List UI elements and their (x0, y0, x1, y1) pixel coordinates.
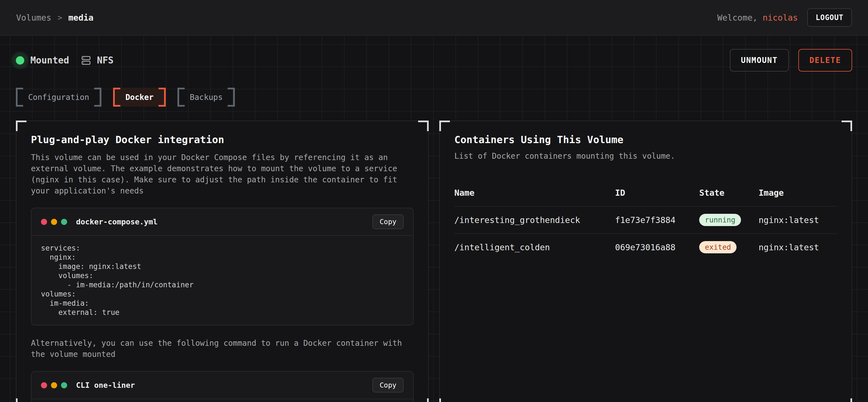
panel-corner-icon (439, 398, 450, 402)
container-image: nginx:latest (758, 235, 837, 260)
container-name: /interesting_grothendieck (454, 208, 615, 232)
cli-code-header: CLI one-liner Copy (31, 372, 413, 399)
mount-status: Mounted (16, 55, 69, 66)
docker-integration-panel: Plug-and-play Docker integration This vo… (16, 121, 429, 402)
panel-corner-icon (439, 121, 450, 131)
compose-code-header: docker-compose.yml Copy (31, 208, 413, 236)
logout-button[interactable]: LOGOUT (807, 8, 852, 27)
username: nicolas (763, 13, 798, 23)
traffic-green-icon (61, 382, 67, 388)
main-content: Mounted NFS UNMOUNT DELETE Configurati (0, 36, 868, 402)
panel-corner-icon (16, 121, 27, 131)
column-header-image: Image (758, 181, 837, 206)
containers-panel-title: Containers Using This Volume (454, 134, 837, 145)
docker-panel-title: Plug-and-play Docker integration (31, 134, 414, 145)
container-name: /intelligent_colden (454, 235, 615, 260)
copy-cli-button[interactable]: Copy (372, 378, 404, 393)
containers-table: Name ID State Image /interesting_grothen… (454, 181, 837, 261)
welcome-text: Welcome, nicolas (717, 13, 798, 23)
cli-code: docker run -v im-media:/path/in/containe… (31, 399, 413, 402)
compose-code-block: docker-compose.yml Copy services: nginx:… (31, 208, 414, 326)
table-row: /intelligent_colden 069e73016a88 exited … (454, 233, 837, 261)
panel-corner-icon (841, 121, 852, 131)
container-state: running (699, 207, 758, 233)
delete-button[interactable]: DELETE (798, 49, 852, 72)
containers-table-header: Name ID State Image (454, 181, 837, 206)
panel-corner-icon (418, 398, 429, 402)
panel-corner-icon (16, 398, 27, 402)
column-header-state: State (699, 181, 758, 206)
traffic-lights-icon (41, 219, 67, 225)
containers-panel-subtitle: List of Docker containers mounting this … (454, 152, 837, 161)
topbar-right: Welcome, nicolas LOGOUT (717, 8, 852, 27)
cli-code-block: CLI one-liner Copy docker run -v im-medi… (31, 371, 414, 402)
compose-filename: docker-compose.yml (76, 217, 158, 226)
container-id: 069e73016a88 (615, 235, 699, 260)
tab-docker[interactable]: Docker (113, 88, 166, 107)
volume-type-label: NFS (97, 55, 114, 66)
volume-type: NFS (81, 55, 114, 66)
tab-configuration[interactable]: Configuration (16, 88, 101, 107)
table-row: /interesting_grothendieck f1e73e7f3884 r… (454, 206, 837, 233)
containers-panel: Containers Using This Volume List of Doc… (439, 121, 852, 402)
server-icon (81, 56, 91, 65)
status-badge: exited (699, 241, 737, 253)
top-bar: Volumes > media Welcome, nicolas LOGOUT (0, 0, 868, 36)
tab-backups[interactable]: Backups (178, 88, 235, 107)
status-indicators: Mounted NFS (16, 55, 114, 66)
panels-row: Plug-and-play Docker integration This vo… (16, 121, 852, 402)
status-badge: running (699, 214, 741, 226)
docker-panel-description: This volume can be used in your Docker C… (31, 152, 414, 197)
container-id: f1e73e7f3884 (615, 208, 699, 232)
column-header-name: Name (454, 181, 615, 206)
traffic-lights-icon (41, 382, 67, 388)
column-header-id: ID (615, 181, 699, 206)
mounted-status-dot-icon (16, 56, 24, 65)
cli-block-title: CLI one-liner (76, 381, 135, 390)
traffic-green-icon (61, 219, 67, 225)
cli-intro-text: Alternatively, you can use the following… (31, 338, 414, 360)
compose-code: services: nginx: image: nginx:latest vol… (31, 236, 413, 325)
traffic-red-icon (41, 382, 47, 388)
container-image: nginx:latest (758, 208, 837, 232)
breadcrumb: Volumes > media (16, 13, 94, 23)
mounted-status-label: Mounted (30, 55, 69, 66)
traffic-amber-icon (51, 382, 57, 388)
copy-compose-button[interactable]: Copy (372, 214, 404, 229)
status-row: Mounted NFS UNMOUNT DELETE (16, 36, 852, 72)
container-state: exited (699, 234, 758, 261)
breadcrumb-current-volume: media (68, 13, 93, 23)
volume-actions: UNMOUNT DELETE (730, 49, 852, 72)
breadcrumb-volumes-link[interactable]: Volumes (16, 13, 51, 23)
welcome-prefix: Welcome, (717, 13, 763, 23)
unmount-button[interactable]: UNMOUNT (730, 49, 789, 72)
traffic-red-icon (41, 219, 47, 225)
panel-corner-icon (841, 398, 852, 402)
tab-bar: Configuration Docker Backups (16, 88, 852, 107)
traffic-amber-icon (51, 219, 57, 225)
breadcrumb-separator-icon: > (57, 13, 62, 22)
panel-corner-icon (418, 121, 429, 131)
